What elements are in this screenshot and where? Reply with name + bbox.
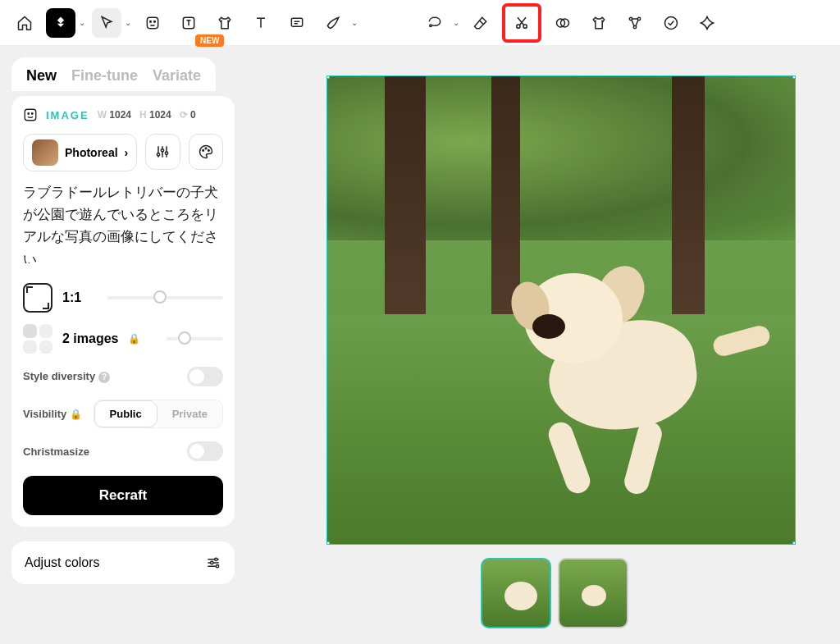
lasso-tool[interactable] xyxy=(420,8,450,38)
svg-point-24 xyxy=(211,561,213,564)
mode-tabs: New Fine-tune Variate xyxy=(11,57,216,91)
palette-button[interactable] xyxy=(189,134,223,170)
visibility-public[interactable]: Public xyxy=(94,400,158,427)
text-tool[interactable] xyxy=(246,8,276,38)
face-tool[interactable] xyxy=(138,8,167,38)
lasso-chevron-icon[interactable]: ⌄ xyxy=(453,18,459,27)
svg-point-1 xyxy=(150,21,152,22)
svg-point-25 xyxy=(216,565,218,568)
logo-button[interactable] xyxy=(46,8,75,38)
visibility-label: Visibility xyxy=(23,408,66,420)
help-icon[interactable]: ? xyxy=(98,372,110,383)
brush-chevron-icon[interactable]: ⌄ xyxy=(351,18,358,27)
style-avatar xyxy=(32,139,58,166)
adjust-colors-label: Adjust colors xyxy=(25,555,100,570)
svg-rect-4 xyxy=(291,18,302,26)
tab-fine-tune[interactable]: Fine-tune xyxy=(71,67,138,84)
lock-icon-2: 🔒 xyxy=(70,409,82,420)
vector-tool[interactable] xyxy=(620,8,650,38)
style-diversity-label: Style diversity xyxy=(23,370,95,382)
resize-handle-tr[interactable] xyxy=(792,75,796,79)
tab-new[interactable]: New xyxy=(26,67,57,84)
resize-handle-tl[interactable] xyxy=(326,75,330,79)
aspect-ratio-icon[interactable] xyxy=(23,283,52,313)
adjust-icon xyxy=(205,555,221,571)
svg-point-19 xyxy=(166,152,168,154)
generated-image[interactable] xyxy=(326,75,796,545)
comment-tool[interactable] xyxy=(282,8,312,38)
svg-point-18 xyxy=(162,149,164,152)
thumbnail-2[interactable] xyxy=(558,558,628,628)
left-panel: New Fine-tune Variate IMAGE W 1024 H 102… xyxy=(0,46,246,644)
svg-rect-0 xyxy=(147,17,158,28)
svg-point-20 xyxy=(203,150,204,152)
dog-subject xyxy=(516,240,746,470)
magic-tool[interactable] xyxy=(692,8,722,38)
style-selector[interactable]: Photoreal › xyxy=(23,134,137,171)
ratio-label: 1:1 xyxy=(62,290,81,305)
h-label: H xyxy=(139,109,147,121)
svg-rect-14 xyxy=(25,109,36,121)
adjust-colors-card[interactable]: Adjust colors xyxy=(11,541,235,584)
c-value: 0 xyxy=(190,109,196,121)
thumbnail-1[interactable] xyxy=(481,558,551,628)
eraser-tool[interactable] xyxy=(466,8,495,38)
check-tool[interactable] xyxy=(656,8,686,38)
home-button[interactable] xyxy=(10,8,39,38)
christmasize-label: Christmasize xyxy=(23,445,89,458)
brush-tool[interactable] xyxy=(318,8,348,38)
logo-chevron-icon[interactable]: ⌄ xyxy=(79,18,85,27)
style-name: Photoreal xyxy=(65,146,118,159)
w-value: 1024 xyxy=(109,109,131,121)
recraft-button[interactable]: Recraft xyxy=(23,476,223,515)
svg-point-7 xyxy=(523,25,527,28)
cut-tool[interactable] xyxy=(502,3,541,43)
image-type-icon xyxy=(23,107,38,122)
images-count-label: 2 images xyxy=(62,331,118,346)
tab-variate[interactable]: Variate xyxy=(153,67,201,84)
svg-point-15 xyxy=(28,113,30,115)
pointer-tool[interactable] xyxy=(92,8,121,38)
svg-point-22 xyxy=(208,150,209,152)
svg-point-16 xyxy=(32,113,34,115)
thumbnails xyxy=(481,558,628,628)
text-box-tool[interactable] xyxy=(174,8,203,38)
c-label: ⟳ xyxy=(180,109,188,121)
pointer-chevron-icon[interactable]: ⌄ xyxy=(125,18,131,27)
visibility-private[interactable]: Private xyxy=(158,400,222,427)
svg-point-5 xyxy=(430,25,432,27)
snowflake-icon: ❄ xyxy=(190,445,199,458)
generate-card: IMAGE W 1024 H 1024 ⟳ 0 Photoreal › 1:1 xyxy=(11,96,235,527)
svg-point-6 xyxy=(517,25,520,28)
shirt-tool-2[interactable] xyxy=(584,8,614,38)
visibility-segment: Public Private xyxy=(94,400,223,428)
sliders-button[interactable] xyxy=(145,134,180,170)
prompt-input[interactable] xyxy=(23,181,223,263)
blend-tool[interactable] xyxy=(548,8,578,38)
canvas-area[interactable] xyxy=(246,46,840,644)
shirt-tool[interactable] xyxy=(210,8,240,38)
new-badge: NEW xyxy=(195,34,224,47)
svg-point-2 xyxy=(154,21,156,22)
christmasize-toggle[interactable]: ❄ xyxy=(187,441,223,461)
chevron-right-icon: › xyxy=(125,146,129,159)
ratio-slider[interactable] xyxy=(107,296,223,299)
images-count-icon[interactable] xyxy=(23,324,52,354)
svg-point-17 xyxy=(158,153,160,156)
images-slider[interactable] xyxy=(167,337,223,340)
lock-icon: 🔒 xyxy=(128,333,140,345)
h-value: 1024 xyxy=(149,109,171,121)
resize-handle-bl[interactable] xyxy=(326,541,330,545)
w-label: W xyxy=(98,109,107,121)
top-toolbar: ⌄ ⌄ ⌄ ⌄ xyxy=(0,0,840,46)
resize-handle-br[interactable] xyxy=(792,541,796,545)
style-diversity-toggle[interactable] xyxy=(187,367,223,386)
svg-point-23 xyxy=(215,558,217,560)
image-label: IMAGE xyxy=(46,109,89,121)
svg-point-13 xyxy=(665,16,678,29)
svg-point-21 xyxy=(205,148,207,149)
